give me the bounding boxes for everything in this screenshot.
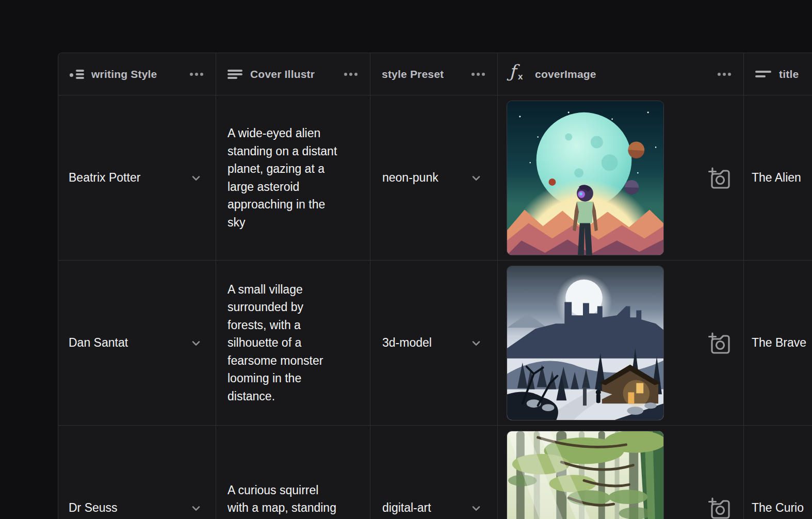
data-table: writing Style Cover Illustr style Preset…	[58, 53, 812, 519]
cover-illustration-text: A curious squirrel with a map, standing …	[228, 481, 336, 519]
select-field-icon	[70, 69, 84, 80]
cover-image-thumbnail[interactable]	[507, 431, 664, 519]
title-value: The Brave	[752, 336, 806, 350]
cell-style-preset-row-2[interactable]: 3d-model	[370, 261, 498, 426]
cover-image-thumbnail[interactable]	[507, 101, 664, 255]
cell-title-row-2[interactable]: The Brave	[744, 261, 812, 426]
column-label-title: title	[779, 68, 799, 80]
chevron-down-icon[interactable]	[470, 337, 482, 349]
cell-cover-illustration-row-3[interactable]: A curious squirrel with a map, standing …	[216, 426, 370, 519]
cell-title-row-3[interactable]: The Curio	[744, 426, 812, 519]
cell-cover-image-row-3[interactable]	[498, 426, 744, 519]
column-header-title[interactable]: title	[744, 53, 812, 95]
style-preset-value: 3d-model	[382, 336, 432, 350]
style-preset-value: digital-art	[382, 501, 431, 515]
chevron-down-icon[interactable]	[190, 172, 202, 184]
writing-style-value: Beatrix Potter	[69, 171, 140, 185]
writing-style-value: Dan Santat	[69, 336, 128, 350]
column-label-cover-illustration: Cover Illustr	[250, 68, 315, 80]
column-menu-button-writing-style[interactable]	[190, 73, 203, 76]
ellipsis-icon	[472, 73, 485, 76]
camera-plus-icon	[707, 332, 731, 354]
cell-cover-illustration-row-1[interactable]: A wide-eyed alien standing on a distant …	[216, 95, 370, 261]
add-image-button[interactable]	[707, 497, 731, 519]
title-value: The Curio	[752, 501, 804, 515]
cell-style-preset-row-3[interactable]: digital-art	[370, 426, 498, 519]
grid-view: writing Style Cover Illustr style Preset…	[0, 0, 812, 519]
style-preset-value: neon-punk	[382, 171, 439, 185]
ellipsis-icon	[190, 73, 203, 76]
cell-cover-illustration-row-2[interactable]: A small village surrounded by forests, w…	[216, 261, 370, 426]
column-label-writing-style: writing Style	[91, 68, 157, 80]
add-image-button[interactable]	[707, 167, 731, 189]
camera-plus-icon	[707, 167, 731, 189]
text-field-icon	[755, 69, 772, 79]
column-menu-button-style-preset[interactable]	[472, 73, 485, 76]
column-label-cover-image: coverImage	[535, 68, 596, 80]
ellipsis-icon	[718, 73, 731, 76]
chevron-down-icon[interactable]	[190, 337, 202, 349]
cell-style-preset-row-1[interactable]: neon-punk	[370, 95, 498, 261]
column-header-writing-style[interactable]: writing Style	[58, 53, 216, 95]
cell-cover-image-row-1[interactable]	[498, 95, 744, 261]
formula-field-icon: ƒx	[509, 66, 528, 83]
cover-illustration-text: A small village surrounded by forests, w…	[228, 281, 323, 406]
cover-illustration-text: A wide-eyed alien standing on a distant …	[228, 124, 337, 231]
column-header-cover-illustration[interactable]: Cover Illustr	[216, 53, 370, 95]
title-value: The Alien	[752, 171, 801, 185]
cell-writing-style-row-3[interactable]: Dr Seuss	[58, 426, 216, 519]
column-header-cover-image[interactable]: ƒx coverImage	[498, 53, 744, 95]
add-image-button[interactable]	[707, 332, 731, 354]
cover-image-thumbnail[interactable]	[507, 266, 664, 420]
chevron-down-icon[interactable]	[470, 502, 482, 514]
writing-style-value: Dr Seuss	[69, 501, 118, 515]
column-menu-button-cover-illustration[interactable]	[344, 73, 358, 76]
column-menu-button-cover-image[interactable]	[718, 73, 731, 76]
cell-writing-style-row-1[interactable]: Beatrix Potter	[58, 95, 216, 261]
chevron-down-icon[interactable]	[470, 172, 482, 184]
chevron-down-icon[interactable]	[190, 502, 202, 514]
column-label-style-preset: style Preset	[382, 68, 444, 80]
long-text-field-icon	[228, 69, 243, 80]
cell-writing-style-row-2[interactable]: Dan Santat	[58, 261, 216, 426]
column-header-style-preset[interactable]: style Preset	[370, 53, 498, 95]
camera-plus-icon	[707, 497, 731, 519]
cell-cover-image-row-2[interactable]	[498, 261, 744, 426]
cell-title-row-1[interactable]: The Alien	[744, 95, 812, 261]
ellipsis-icon	[344, 73, 358, 76]
